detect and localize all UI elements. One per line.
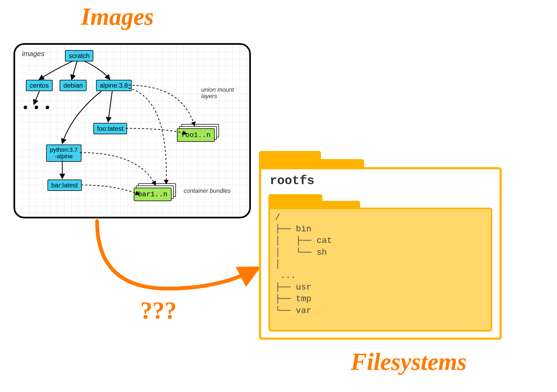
folder-tab-icon xyxy=(322,201,360,208)
folder-tab-icon xyxy=(268,194,322,208)
filesystem-folder: rootfs / ├── bin │ ├── cat │ └── sh │ ..… xyxy=(259,151,502,340)
node-foo-latest: foo:latest xyxy=(93,123,127,134)
images-panel-label: images xyxy=(22,50,45,58)
folder-tab-icon xyxy=(321,159,364,167)
anno-container-bundles: container bundles xyxy=(184,188,231,194)
images-panel: images scratch centos debian alpine:3.8 … xyxy=(13,43,251,218)
folder-tab-icon xyxy=(259,151,321,167)
node-bar-latest: bar:latest xyxy=(47,180,82,191)
question-label: ??? xyxy=(140,297,177,324)
rootfs-label: rootfs xyxy=(270,174,315,188)
bundle-foo: foo1..n xyxy=(177,128,215,142)
filesystem-tree: / ├── bin │ ├── cat │ └── sh │ ... ├── u… xyxy=(275,212,332,317)
node-scratch: scratch xyxy=(65,50,93,61)
ellipsis-icon: • • • xyxy=(23,100,51,115)
node-alpine: alpine:3.8 xyxy=(96,80,132,91)
title-filesystems: Filesystems xyxy=(351,348,467,376)
title-images: Images xyxy=(81,3,154,30)
node-debian: debian xyxy=(60,80,87,91)
inner-folder: / ├── bin │ ├── cat │ └── sh │ ... ├── u… xyxy=(268,194,492,332)
node-centos: centos xyxy=(26,80,53,91)
bundle-bar: bar1..n xyxy=(134,188,172,201)
anno-union-mount: union mount layers xyxy=(201,87,249,99)
node-python-alpine: python:3.7 -alpine xyxy=(46,145,81,162)
